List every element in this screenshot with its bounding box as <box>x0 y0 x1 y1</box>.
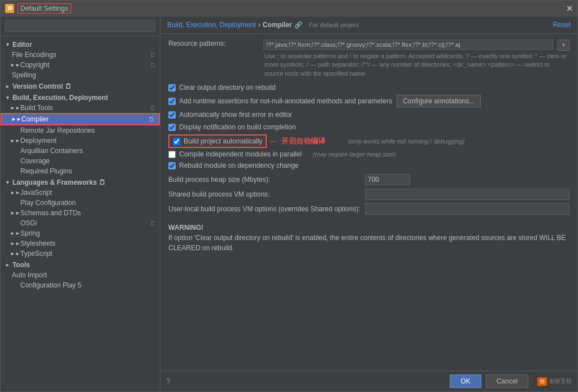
rebuild-module-row: Rebuild module on dependency change <box>168 160 570 171</box>
add-pattern-button[interactable]: + <box>558 40 570 51</box>
sidebar-item-compiler[interactable]: ► Compiler 🗒 <box>1 113 160 125</box>
display-notification-checkbox[interactable] <box>168 124 176 131</box>
arrow-icon: ► <box>12 137 19 144</box>
sidebar-item-schemas-dtds[interactable]: ► Schemas and DTDs <box>1 208 160 218</box>
cancel-button[interactable]: Cancel <box>486 374 528 388</box>
arrow-icon: ▼ <box>5 95 10 101</box>
user-local-vm-input[interactable] <box>365 203 570 215</box>
breadcrumb-icon: 🔗 <box>294 21 302 29</box>
arrow-icon: ► <box>13 116 20 123</box>
vc-label: Version Control <box>12 82 63 90</box>
sidebar-item-version-control[interactable]: ► Version Control 🗒 <box>1 80 160 92</box>
content-area: ▼ Editor File Encodings 🗒 ► Copyright 🗒 … <box>1 16 577 391</box>
resource-patterns-label: Resource patterns: <box>168 40 259 47</box>
add-runtime-checkbox[interactable] <box>168 98 176 105</box>
arrow-icon: ► <box>12 104 19 111</box>
sidebar-item-tools[interactable]: ► Tools <box>1 259 160 270</box>
compile-independent-row: Compile independent modules in parallel … <box>168 150 570 158</box>
editor-label: Editor <box>12 41 32 49</box>
build-project-auto-label: Build project automatically <box>184 137 262 145</box>
arrow-icon: ► <box>12 189 19 196</box>
sidebar-item-coverage[interactable]: Coverage <box>1 156 160 166</box>
sidebar-item-auto-import[interactable]: Auto Import <box>1 270 160 280</box>
sidebar-item-configuration-play[interactable]: Configuration Play 5 <box>1 280 160 290</box>
clear-output-label: Clear output directory on rebuild <box>179 84 276 92</box>
breadcrumb-bar: Build, Execution, Deployment › Compiler … <box>160 16 577 34</box>
arrow-icon: ► <box>12 250 19 257</box>
sidebar-item-spelling[interactable]: Spelling <box>1 70 160 80</box>
auto-show-first-error-row: Automatically show first error in editor <box>168 110 570 120</box>
bed-label: Build, Execution, Deployment <box>12 94 108 102</box>
sidebar-item-deployment[interactable]: ► Deployment <box>1 136 160 146</box>
warning-body: If option 'Clear output directory on reb… <box>168 233 570 253</box>
sidebar-item-stylesheets[interactable]: ► Stylesheets <box>1 238 160 249</box>
heap-label: Build process heap size (Mbytes): <box>168 176 360 184</box>
resource-patterns-input[interactable] <box>263 40 553 50</box>
compile-independent-checkbox[interactable] <box>168 151 176 158</box>
sidebar-item-build-tools[interactable]: ► Build Tools 🗒 <box>1 103 160 113</box>
heap-input[interactable] <box>365 174 410 185</box>
sidebar-item-file-encodings[interactable]: File Encodings 🗒 <box>1 50 160 60</box>
sidebar-item-arquillian[interactable]: Arquillian Containers <box>1 146 160 156</box>
edit-icon: 🗒 <box>149 116 154 123</box>
main-content: Build, Execution, Deployment › Compiler … <box>160 16 577 391</box>
rebuild-module-checkbox[interactable] <box>168 162 176 169</box>
sidebar-item-spring[interactable]: ► Spring <box>1 228 160 238</box>
footer-buttons: OK Cancel <box>450 374 528 388</box>
annotation-text: 开启自动编译 <box>281 136 325 146</box>
display-notification-label: Display notification on build completion <box>179 123 296 131</box>
arrow-icon: ► <box>12 240 19 247</box>
breadcrumb-build[interactable]: Build, Execution, Deployment <box>167 21 256 29</box>
tools-label: Tools <box>12 261 30 269</box>
sidebar: ▼ Editor File Encodings 🗒 ► Copyright 🗒 … <box>1 16 160 391</box>
resource-patterns-row: Resource patterns: + <box>168 40 570 51</box>
sidebar-item-typescript[interactable]: ► TypeScript <box>1 249 160 259</box>
sidebar-item-required-plugins[interactable]: Required Plugins <box>1 166 160 176</box>
sidebar-item-javascript[interactable]: ► JavaScript <box>1 188 160 198</box>
sidebar-item-build-execution[interactable]: ▼ Build, Execution, Deployment <box>1 92 160 103</box>
watermark-logo: 创 <box>537 377 547 386</box>
add-runtime-label: Add runtime assertions for not-null-anno… <box>179 97 392 105</box>
build-project-auto-highlight: Build project automatically <box>168 134 267 148</box>
sidebar-item-play-configuration[interactable]: Play Configuration <box>1 198 160 208</box>
breadcrumb-separator: › <box>258 21 260 29</box>
tree: ▼ Editor File Encodings 🗒 ► Copyright 🗒 … <box>1 36 160 391</box>
footer: ? OK Cancel 创 创新互联 <box>160 371 577 391</box>
watermark-text: 创新互联 <box>549 377 572 385</box>
arrow-icon: ► <box>5 262 10 268</box>
edit-icon: 🗒 <box>150 52 155 58</box>
configure-annotations-button[interactable]: Configure annotations... <box>397 95 481 107</box>
arrow-icon: ► <box>5 84 10 89</box>
search-input[interactable] <box>5 20 155 32</box>
breadcrumb-compiler: Compiler <box>263 21 292 29</box>
main-window: ⚙ Default Settings ✕ ▼ Editor File Encod… <box>0 0 578 392</box>
edit-icon: 🗒 <box>65 82 72 90</box>
auto-show-first-error-checkbox[interactable] <box>168 111 176 119</box>
display-notification-row: Display notification on build completion <box>168 122 570 132</box>
sidebar-item-osgi[interactable]: OSGi 🗒 <box>1 218 160 228</box>
arrow-icon: ► <box>12 210 19 216</box>
annotation-arrow-icon: ← <box>269 136 278 146</box>
ok-button[interactable]: OK <box>450 374 481 388</box>
watermark: 创 创新互联 <box>537 377 572 386</box>
sidebar-item-remote-jar[interactable]: Remote Jar Repositories <box>1 125 160 136</box>
build-project-auto-checkbox[interactable] <box>173 138 180 145</box>
compile-independent-label: Compile independent modules in parallel <box>179 150 302 158</box>
breadcrumb-for-default: For default project <box>309 21 359 28</box>
heap-size-row: Build process heap size (Mbytes): <box>168 174 570 185</box>
edit-icon: 🗒 <box>150 105 155 111</box>
clear-output-checkbox[interactable] <box>168 84 176 92</box>
resource-patterns-hint: Use ; to separate patterns and ! to nega… <box>264 52 570 78</box>
shared-vm-input[interactable] <box>365 189 570 200</box>
warning-title: WARNING! <box>168 224 203 232</box>
sidebar-item-languages[interactable]: ▼ Languages & Frameworks 🗒 <box>1 176 160 188</box>
auto-show-first-error-label: Automatically show first error in editor <box>179 111 292 119</box>
sidebar-item-editor[interactable]: ▼ Editor <box>1 38 160 50</box>
add-runtime-row: Add runtime assertions for not-null-anno… <box>168 95 570 107</box>
close-button[interactable]: ✕ <box>566 4 573 13</box>
clear-output-row: Clear output directory on rebuild <box>168 82 570 93</box>
compile-note: (may require larger heap size) <box>313 151 396 158</box>
help-button[interactable]: ? <box>166 377 171 386</box>
sidebar-item-copyright[interactable]: ► Copyright 🗒 <box>1 60 160 70</box>
reset-link[interactable]: Reset <box>553 21 571 29</box>
